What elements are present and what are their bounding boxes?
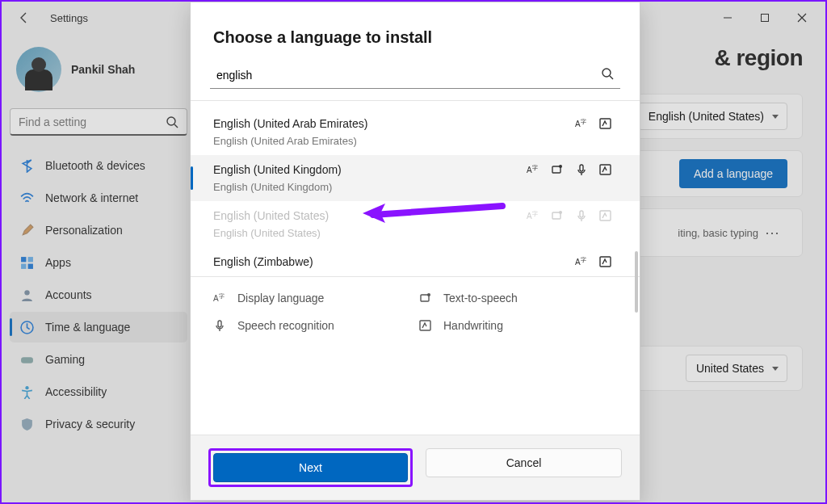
sidebar-item-bluetooth[interactable]: Bluetooth & devices bbox=[10, 150, 187, 181]
settings-search[interactable] bbox=[10, 108, 187, 136]
next-button[interactable]: Next bbox=[213, 453, 408, 482]
svg-point-35 bbox=[427, 293, 430, 296]
svg-text:A: A bbox=[527, 212, 532, 220]
display-language-icon: A字 bbox=[575, 255, 588, 268]
close-button[interactable] bbox=[783, 2, 821, 34]
person-icon bbox=[19, 288, 34, 302]
language-pack-hint: iting, basic typing bbox=[678, 227, 758, 239]
sidebar-item-apps[interactable]: Apps bbox=[10, 247, 187, 278]
display-language-dropdown[interactable]: English (United States) bbox=[638, 103, 787, 130]
region-dropdown[interactable]: United States bbox=[686, 355, 787, 382]
svg-point-20 bbox=[559, 165, 562, 168]
add-language-button[interactable]: Add a language bbox=[679, 159, 787, 188]
language-scrollbar[interactable] bbox=[635, 251, 638, 313]
handwriting-icon bbox=[599, 209, 612, 222]
maximize-icon bbox=[760, 13, 770, 23]
speech-recognition-icon bbox=[213, 319, 226, 332]
svg-rect-28 bbox=[600, 211, 611, 220]
sidebar-item-label: Bluetooth & devices bbox=[45, 159, 145, 172]
svg-point-12 bbox=[602, 69, 611, 77]
bluetooth-icon bbox=[19, 158, 34, 173]
svg-text:字: 字 bbox=[219, 293, 225, 299]
settings-search-input[interactable] bbox=[19, 116, 166, 128]
maximize-button[interactable] bbox=[746, 2, 783, 34]
svg-point-11 bbox=[25, 386, 28, 389]
svg-text:A: A bbox=[213, 294, 219, 303]
legend-label: Text-to-speech bbox=[443, 292, 518, 304]
choose-language-dialog: Choose a language to install English (Un… bbox=[190, 2, 640, 501]
sidebar: Pankil Shah Bluetooth & devices Network … bbox=[2, 34, 194, 502]
language-name: English (Zimbabwe) bbox=[213, 255, 313, 268]
sidebar-item-personalization[interactable]: Personalization bbox=[10, 215, 187, 246]
legend-label: Handwriting bbox=[443, 319, 503, 332]
sidebar-item-label: Privacy & security bbox=[45, 418, 135, 430]
profile-block[interactable]: Pankil Shah bbox=[10, 42, 187, 105]
handwriting-icon bbox=[599, 117, 612, 130]
sidebar-item-network[interactable]: Network & internet bbox=[10, 183, 187, 213]
svg-rect-4 bbox=[21, 257, 26, 262]
text-to-speech-icon bbox=[551, 209, 564, 222]
svg-rect-21 bbox=[580, 165, 583, 171]
dialog-footer: Next Cancel bbox=[191, 435, 640, 500]
svg-text:A: A bbox=[575, 120, 581, 128]
svg-point-26 bbox=[559, 211, 562, 214]
display-language-icon: A字 bbox=[213, 292, 226, 304]
minimize-icon bbox=[723, 13, 733, 23]
language-name: English (United Kingdom) bbox=[213, 163, 342, 176]
svg-rect-27 bbox=[580, 211, 583, 217]
sidebar-item-privacy[interactable]: Privacy & security bbox=[10, 409, 187, 439]
sidebar-item-label: Gaming bbox=[45, 353, 85, 366]
language-native: English (United Kingdom) bbox=[213, 181, 342, 193]
next-button-highlight: Next bbox=[208, 448, 413, 487]
sidebar-item-label: Personalization bbox=[45, 224, 123, 237]
minimize-button[interactable] bbox=[709, 2, 746, 34]
more-options-button[interactable]: ⋯ bbox=[758, 224, 787, 242]
avatar bbox=[16, 47, 61, 92]
language-native: English (United Arab Emirates) bbox=[213, 135, 367, 147]
svg-point-2 bbox=[167, 117, 175, 125]
speech-recognition-icon bbox=[575, 163, 588, 176]
shield-icon bbox=[19, 417, 34, 431]
sidebar-item-time-language[interactable]: Time & language bbox=[10, 312, 187, 342]
language-row[interactable]: English (United Arab Emirates) English (… bbox=[191, 109, 640, 155]
svg-text:字: 字 bbox=[532, 211, 538, 216]
sidebar-item-accessibility[interactable]: Accessibility bbox=[10, 376, 187, 407]
display-language-icon: A字 bbox=[527, 209, 539, 222]
sidebar-item-label: Network & internet bbox=[45, 191, 138, 204]
speech-recognition-icon bbox=[575, 209, 588, 222]
close-icon bbox=[797, 13, 807, 23]
gamepad-icon bbox=[19, 352, 34, 367]
svg-rect-7 bbox=[27, 263, 32, 268]
accessibility-icon bbox=[19, 384, 34, 399]
language-row[interactable]: English (United Kingdom) English (United… bbox=[191, 155, 640, 201]
cancel-button[interactable]: Cancel bbox=[426, 448, 622, 477]
language-search[interactable] bbox=[210, 61, 620, 89]
sidebar-item-label: Accessibility bbox=[45, 385, 107, 398]
paintbrush-icon bbox=[19, 223, 34, 237]
svg-point-8 bbox=[24, 290, 29, 295]
language-native: English (United States) bbox=[213, 227, 329, 239]
handwriting-icon bbox=[599, 163, 612, 176]
region-value: United States bbox=[696, 362, 764, 375]
language-search-input[interactable] bbox=[216, 69, 601, 82]
language-list[interactable]: English (United Arab Emirates) English (… bbox=[191, 101, 640, 276]
svg-text:A: A bbox=[527, 166, 532, 174]
profile-name: Pankil Shah bbox=[71, 63, 135, 76]
window-title: Settings bbox=[50, 12, 88, 24]
display-language-value: English (United States) bbox=[649, 110, 764, 123]
svg-line-13 bbox=[610, 76, 613, 79]
back-button[interactable] bbox=[13, 6, 36, 29]
svg-text:字: 字 bbox=[581, 257, 586, 262]
sidebar-item-label: Apps bbox=[45, 256, 71, 269]
svg-rect-22 bbox=[600, 165, 611, 174]
sidebar-item-label: Accounts bbox=[45, 288, 92, 301]
svg-text:字: 字 bbox=[532, 165, 538, 170]
legend-label: Speech recognition bbox=[237, 319, 334, 332]
svg-rect-6 bbox=[21, 263, 26, 268]
sidebar-item-gaming[interactable]: Gaming bbox=[10, 344, 187, 375]
handwriting-icon bbox=[599, 255, 612, 268]
svg-rect-10 bbox=[21, 357, 33, 363]
language-row[interactable]: English (Zimbabwe) A字 bbox=[191, 247, 640, 276]
sidebar-item-accounts[interactable]: Accounts bbox=[10, 279, 187, 310]
svg-rect-1 bbox=[762, 15, 769, 22]
